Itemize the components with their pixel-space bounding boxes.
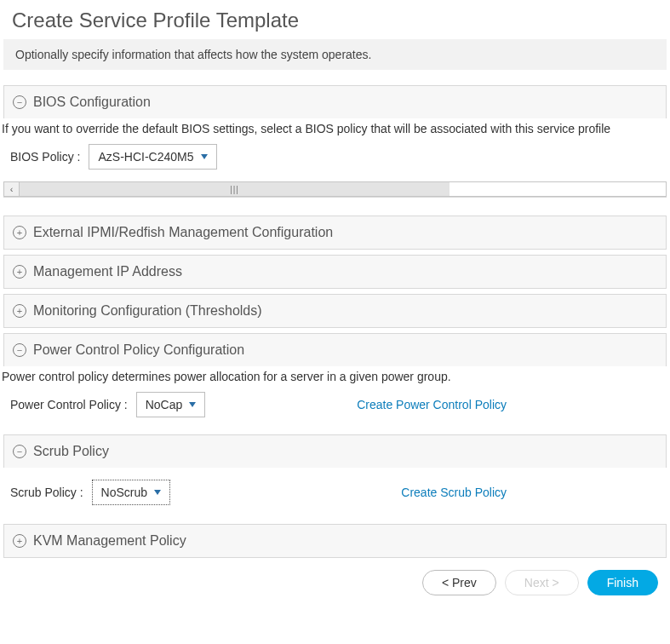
scrub-policy-value: NoScrub — [101, 486, 147, 499]
section-scrub-header[interactable]: − Scrub Policy — [4, 435, 666, 468]
info-banner: Optionally specify information that affe… — [3, 39, 667, 70]
collapse-icon: − — [13, 343, 26, 357]
expand-icon: + — [13, 226, 26, 239]
section-power: − Power Control Policy Configuration — [3, 333, 667, 366]
section-scrub: − Scrub Policy — [3, 434, 667, 468]
footer-buttons: < Prev Next > Finish — [0, 558, 670, 607]
power-policy-value: NoCap — [146, 398, 183, 411]
bios-policy-value: AzS-HCI-C240M5 — [98, 150, 193, 164]
section-kvm-title: KVM Management Policy — [33, 533, 186, 549]
section-kvm: + KVM Management Policy — [3, 524, 667, 558]
page-title: Create Service Profile Template — [0, 0, 670, 37]
section-power-title: Power Control Policy Configuration — [33, 342, 244, 358]
scroll-left-button[interactable]: ‹ — [4, 182, 20, 196]
section-monitoring-title: Monitoring Configuration (Thresholds) — [33, 303, 262, 319]
section-bios-header[interactable]: − BIOS Configuration — [4, 86, 666, 118]
chevron-down-icon — [189, 402, 196, 407]
expand-icon: + — [13, 265, 26, 279]
chevron-down-icon — [201, 154, 208, 159]
collapse-icon: − — [13, 95, 26, 109]
scroll-thumb[interactable]: ||| — [20, 182, 450, 196]
finish-button[interactable]: Finish — [587, 570, 658, 595]
power-policy-label: Power Control Policy : — [10, 398, 128, 411]
section-monitoring-header[interactable]: + Monitoring Configuration (Thresholds) — [4, 295, 666, 327]
section-scrub-title: Scrub Policy — [33, 444, 109, 459]
power-policy-select[interactable]: NoCap — [136, 392, 206, 417]
chevron-down-icon — [154, 490, 161, 495]
next-button: Next > — [505, 570, 579, 595]
bios-policy-label: BIOS Policy : — [10, 150, 80, 164]
scrub-policy-select[interactable]: NoScrub — [92, 480, 170, 505]
scrub-policy-label: Scrub Policy : — [10, 486, 83, 499]
divider — [3, 197, 667, 200]
expand-icon: + — [13, 304, 26, 318]
section-ipmi-header[interactable]: + External IPMI/Redfish Management Confi… — [4, 216, 666, 249]
section-ipmi-title: External IPMI/Redfish Management Configu… — [33, 225, 333, 240]
horizontal-scrollbar[interactable]: ‹ ||| — [3, 181, 667, 197]
section-bios-title: BIOS Configuration — [33, 95, 151, 110]
expand-icon: + — [13, 534, 26, 548]
collapse-icon: − — [13, 445, 26, 458]
create-scrub-policy-link[interactable]: Create Scrub Policy — [401, 486, 507, 499]
section-ipmi: + External IPMI/Redfish Management Confi… — [3, 216, 667, 250]
section-bios-desc: If you want to override the default BIOS… — [0, 118, 670, 144]
prev-button[interactable]: < Prev — [422, 570, 496, 595]
section-power-header[interactable]: − Power Control Policy Configuration — [4, 334, 666, 366]
section-monitoring: + Monitoring Configuration (Thresholds) — [3, 294, 667, 328]
bios-policy-select[interactable]: AzS-HCI-C240M5 — [89, 144, 216, 170]
section-kvm-header[interactable]: + KVM Management Policy — [4, 525, 666, 557]
section-mgmt-ip-header[interactable]: + Management IP Address — [4, 256, 666, 288]
create-power-policy-link[interactable]: Create Power Control Policy — [357, 398, 507, 411]
section-mgmt-ip-title: Management IP Address — [33, 264, 182, 279]
section-bios: − BIOS Configuration — [3, 85, 667, 118]
section-power-desc: Power control policy determines power al… — [0, 366, 670, 392]
section-mgmt-ip: + Management IP Address — [3, 255, 667, 289]
